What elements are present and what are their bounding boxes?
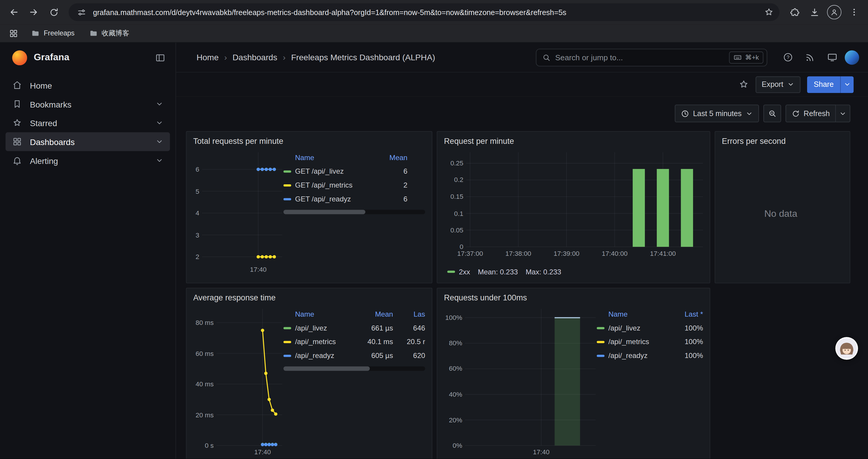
bookmark-star-icon[interactable] bbox=[762, 5, 776, 20]
forward-icon[interactable] bbox=[24, 3, 43, 22]
axis-tick-label: 100% bbox=[445, 314, 462, 321]
legend-header-name[interactable]: Name bbox=[283, 153, 375, 161]
address-bar[interactable]: grafana.mathmast.com/d/deytv4rwavabkb/fr… bbox=[68, 3, 779, 21]
avatar-illustration bbox=[836, 338, 857, 359]
series-mean-value: 40.1 ms bbox=[362, 338, 393, 346]
share-button[interactable]: Share bbox=[807, 76, 840, 93]
axis-tick-label: 6 bbox=[195, 165, 199, 173]
series-toggle[interactable]: /api/_metrics bbox=[283, 338, 362, 346]
legend: 2xx Mean: 0.233 Max: 0.233 bbox=[440, 265, 703, 278]
axis-tick-label: 0.15 bbox=[451, 193, 464, 201]
share-options-button[interactable] bbox=[840, 76, 854, 93]
back-icon[interactable] bbox=[4, 3, 23, 22]
dashboard-canvas: Last 5 minutes Refresh bbox=[176, 97, 868, 459]
home-icon bbox=[12, 80, 22, 90]
brand-name: Grafana bbox=[34, 52, 69, 63]
search-input[interactable]: Search or jump to... ⌘+k bbox=[536, 48, 767, 66]
breadcrumb: Home › Dashboards › Freeleaps Metrics Da… bbox=[196, 53, 435, 62]
star-icon bbox=[12, 118, 22, 128]
site-settings-icon[interactable] bbox=[74, 5, 89, 20]
series-max-stat: Max: 0.233 bbox=[526, 268, 561, 276]
series-toggle[interactable]: /api/_livez bbox=[597, 324, 673, 332]
sidebar-item-starred[interactable]: Starred bbox=[6, 113, 170, 132]
assistant-avatar[interactable] bbox=[835, 337, 858, 360]
panel-title[interactable]: Average response time bbox=[186, 288, 432, 306]
chevron-down-icon[interactable] bbox=[156, 119, 163, 127]
series-toggle[interactable]: /api/_livez bbox=[283, 324, 362, 332]
refresh-split-button: Refresh bbox=[785, 104, 850, 122]
panel-title[interactable]: Requests under 100ms bbox=[437, 288, 710, 306]
reload-icon[interactable] bbox=[44, 3, 63, 22]
axis-tick-label: 0% bbox=[453, 441, 462, 449]
sidebar-item-home[interactable]: Home bbox=[6, 76, 170, 95]
bookmark-folder-blogs[interactable]: 收藏博客 bbox=[85, 26, 134, 40]
chart-plot-area[interactable] bbox=[202, 150, 282, 264]
bookmark-folder-freeleaps[interactable]: Freeleaps bbox=[27, 26, 79, 40]
breadcrumb-dashboards[interactable]: Dashboards bbox=[232, 53, 277, 62]
legend-scrollbar[interactable] bbox=[283, 210, 425, 214]
dock-sidebar-icon[interactable] bbox=[155, 52, 166, 63]
chevron-down-icon[interactable] bbox=[156, 157, 163, 164]
series-toggle[interactable]: 2xx bbox=[447, 268, 470, 276]
axis-tick-label: 3 bbox=[195, 231, 199, 239]
chart-svg bbox=[465, 306, 596, 447]
series-toggle[interactable]: /api/_readyz bbox=[597, 352, 673, 360]
chevron-down-icon[interactable] bbox=[156, 138, 163, 145]
panel-title[interactable]: Request per minute bbox=[437, 132, 710, 150]
time-range-picker[interactable]: Last 5 minutes bbox=[675, 104, 759, 122]
legend-scrollbar-thumb[interactable] bbox=[283, 366, 370, 371]
browser-profile-avatar[interactable] bbox=[825, 3, 844, 22]
series-toggle[interactable]: /api/_metrics bbox=[597, 338, 673, 346]
legend-header-mean[interactable]: Mean bbox=[375, 153, 407, 161]
chart-plot-area[interactable] bbox=[465, 306, 596, 447]
apps-grid-icon[interactable] bbox=[6, 25, 21, 41]
series-toggle[interactable]: GET /api/_readyz bbox=[283, 195, 375, 203]
export-button[interactable]: Export bbox=[756, 76, 801, 93]
series-toggle[interactable]: GET /api/_livez bbox=[283, 167, 375, 175]
extensions-icon[interactable] bbox=[785, 3, 804, 22]
series-toggle[interactable]: /api/_readyz bbox=[283, 352, 362, 360]
search-shortcut-text: ⌘+k bbox=[745, 54, 759, 61]
chart-plot-area[interactable] bbox=[217, 306, 282, 447]
legend-header-mean[interactable]: Mean bbox=[362, 309, 393, 318]
series-name: GET /api/_metrics bbox=[295, 181, 352, 189]
panel-title[interactable]: Total requests per minute bbox=[186, 132, 432, 150]
legend-header-last[interactable]: Las bbox=[393, 309, 425, 318]
legend-header-name[interactable]: Name bbox=[283, 309, 362, 318]
folder-icon bbox=[89, 29, 98, 37]
refresh-button[interactable]: Refresh bbox=[785, 104, 836, 122]
axis-tick-label: 60 ms bbox=[195, 350, 214, 357]
help-icon[interactable]: ? bbox=[778, 48, 797, 67]
panel-title[interactable]: Errors per second bbox=[715, 132, 850, 150]
zoom-out-icon[interactable] bbox=[763, 104, 781, 122]
sidebar-item-dashboards[interactable]: Dashboards bbox=[6, 132, 170, 151]
series-last-value: 620 bbox=[393, 352, 425, 360]
axis-tick-label: 5 bbox=[195, 187, 199, 195]
refresh-label: Refresh bbox=[804, 109, 830, 118]
legend-scrollbar[interactable] bbox=[283, 366, 425, 371]
rss-news-icon[interactable] bbox=[800, 48, 819, 67]
axis-tick-label: 40% bbox=[449, 391, 462, 398]
screen-share-icon[interactable] bbox=[823, 48, 841, 67]
sidebar-item-bookmarks[interactable]: Bookmarks bbox=[6, 95, 170, 113]
breadcrumb-home[interactable]: Home bbox=[196, 53, 219, 62]
favorite-star-icon[interactable] bbox=[738, 79, 749, 90]
legend-header-last[interactable]: Last * bbox=[673, 309, 703, 318]
dashboard-actions-bar: Export Share bbox=[176, 72, 868, 97]
sidebar-item-alerting[interactable]: Alerting bbox=[6, 151, 170, 170]
legend-header-name[interactable]: Name bbox=[597, 309, 673, 318]
x-axis-labels: 17:40 bbox=[202, 264, 282, 273]
legend-scrollbar-thumb[interactable] bbox=[283, 210, 366, 214]
y-axis-labels: 100%80%60%40%20%0% bbox=[440, 306, 465, 447]
y-axis-labels: 0.250.20.150.10.050 bbox=[440, 150, 466, 248]
time-controls: Last 5 minutes Refresh bbox=[186, 104, 850, 122]
series-toggle[interactable]: GET /api/_metrics bbox=[283, 181, 375, 189]
chevron-down-icon[interactable] bbox=[156, 100, 163, 108]
user-avatar[interactable] bbox=[845, 50, 859, 65]
browser-menu-icon[interactable] bbox=[845, 3, 864, 22]
downloads-icon[interactable] bbox=[805, 3, 824, 22]
axis-tick-label: 20 ms bbox=[195, 411, 214, 419]
chart-plot-area[interactable] bbox=[466, 150, 703, 248]
refresh-interval-button[interactable] bbox=[836, 104, 850, 122]
grafana-logo-icon[interactable] bbox=[12, 50, 27, 65]
